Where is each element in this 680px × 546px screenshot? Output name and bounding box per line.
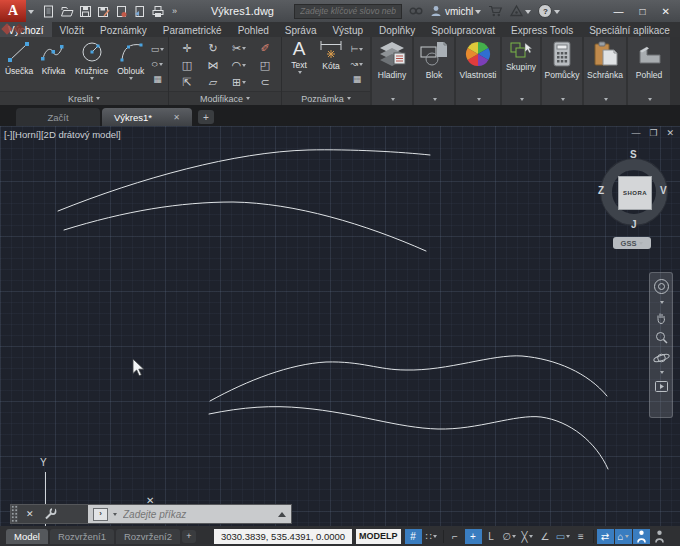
blok-expand-caret-icon[interactable] (433, 98, 437, 103)
snap-mode-toggle[interactable]: ∷ (423, 529, 440, 544)
selection-cycling-toggle[interactable]: ⇄ (597, 529, 614, 544)
viewcube-north[interactable]: S (630, 149, 637, 160)
qat-customize-icon[interactable]: » (172, 6, 177, 16)
ribbon-tab-parametricke[interactable]: Parametrické (155, 22, 230, 37)
showmotion-icon[interactable] (654, 380, 669, 393)
ribbon-tab-vystup[interactable]: Výstup (324, 22, 371, 37)
viewcube-west[interactable]: Z (598, 185, 604, 196)
ribbon-tab-specialni-aplikace[interactable]: Speciální aplikace (581, 22, 678, 37)
viewport-restore-button[interactable]: ❐ (649, 128, 657, 138)
rectangle-tool-button[interactable]: ▭ (149, 43, 166, 55)
ribbon-tab-vlozit[interactable]: Vložit (52, 22, 92, 37)
dynamic-input-toggle[interactable]: + (465, 529, 482, 544)
recent-commands-icon[interactable] (278, 508, 286, 517)
hladiny-expand-caret-icon[interactable] (391, 98, 395, 103)
text-caret-icon[interactable] (298, 71, 302, 76)
model-space-toggle[interactable]: MODELP (356, 529, 401, 544)
panel-vlastnosti[interactable]: Vlastnosti (456, 37, 500, 105)
command-prompt-caret-icon[interactable] (113, 513, 117, 518)
search-box[interactable] (294, 4, 402, 19)
new-file-icon[interactable] (42, 5, 55, 18)
arc-dropdown-caret-icon[interactable] (129, 77, 133, 82)
autodesk-360-icon[interactable] (510, 5, 523, 17)
plot-stamp-icon[interactable] (115, 5, 128, 18)
panel-title-poznamka[interactable]: Poznámka (282, 91, 370, 105)
ellipse-tool-button[interactable]: ○ (149, 58, 166, 70)
transparency-toggle[interactable]: ≡ (573, 529, 590, 544)
app-menu-button[interactable]: A (0, 0, 26, 22)
circle-tool-button[interactable]: Kružnice (71, 39, 113, 85)
ribbon-tab-pohled[interactable]: Pohled (230, 22, 277, 37)
pomucky-expand-caret-icon[interactable] (561, 98, 565, 103)
file-tab-zacit[interactable]: Začít (16, 108, 100, 126)
save-as-icon[interactable] (97, 5, 110, 18)
command-customize-wrench-icon[interactable] (44, 507, 57, 522)
viewcube-south[interactable]: J (631, 219, 637, 230)
command-input-area[interactable]: › (88, 505, 291, 523)
file-tab-vykres1[interactable]: Výkres1*✕ (102, 108, 192, 126)
polyline-tool-button[interactable]: Křivka (36, 39, 70, 85)
ribbon-tab-sprava[interactable]: Správa (277, 22, 325, 37)
command-prompt-icon[interactable]: › (93, 508, 108, 521)
open-file-icon[interactable] (60, 5, 74, 18)
object-snap-toggle[interactable]: ∠ (537, 529, 554, 544)
explode-tool-button[interactable]: ◰ (252, 57, 278, 74)
offset-tool-button[interactable]: ⊂ (252, 74, 278, 91)
annotation-monitor-toggle[interactable] (633, 529, 650, 544)
vlastnosti-expand-caret-icon[interactable] (477, 98, 481, 103)
annotation-visibility-toggle[interactable]: ⌂ (615, 529, 632, 544)
object-snap-tracking-toggle[interactable]: ╳ (519, 529, 536, 544)
polar-caret-icon[interactable] (512, 535, 516, 540)
line-tool-button[interactable]: Úsečka (2, 39, 36, 85)
viewcube[interactable]: S V J Z SHORA (595, 151, 669, 227)
help-icon[interactable]: ? (538, 4, 552, 18)
navigation-wheel-icon[interactable] (653, 278, 670, 295)
user-menu-caret-icon[interactable] (475, 10, 481, 17)
orbit-caret-icon[interactable] (660, 371, 664, 376)
polar-tracking-toggle[interactable]: ∅ (501, 529, 518, 544)
skupiny-expand-caret-icon[interactable] (520, 98, 524, 103)
ortho-mode-toggle[interactable]: L (483, 529, 500, 544)
fillet-tool-button[interactable]: ◠ (226, 57, 252, 74)
save-icon[interactable] (79, 5, 92, 18)
layout1-tab[interactable]: Rozvržení1 (50, 529, 114, 544)
autodesk-360-caret-icon[interactable] (525, 10, 531, 17)
plot-icon[interactable] (151, 5, 165, 18)
export-doc-icon[interactable] (133, 5, 146, 18)
layout2-tab[interactable]: Rozvržení2 (116, 529, 180, 544)
viewport-minimize-button[interactable]: — (631, 128, 640, 138)
dimension-linear-button[interactable]: ⊢ (348, 43, 366, 55)
hatch-tool-button[interactable]: ▦ (149, 73, 166, 85)
panel-title-modifikace[interactable]: Modifikace (169, 91, 281, 105)
rotate-tool-button[interactable]: ↻ (200, 40, 226, 57)
signed-in-user[interactable]: vmichl (445, 6, 473, 17)
panel-schranka[interactable]: Schránka (584, 37, 626, 105)
help-caret-icon[interactable] (554, 10, 560, 17)
mirror-tool-button[interactable]: ⋈ (200, 57, 226, 74)
user-icon[interactable] (430, 5, 442, 17)
array-tool-button[interactable]: ⊞ (226, 74, 252, 91)
ribbon-tab-doplnky[interactable]: Doplňky (371, 22, 423, 37)
snap-caret-icon[interactable] (433, 535, 437, 540)
orbit-icon[interactable] (653, 350, 670, 365)
ribbon-tab-spolupracovat[interactable]: Spolupracovat (423, 22, 503, 37)
ribbon-tab-express-tools[interactable]: Express Tools (503, 22, 581, 37)
pan-hand-icon[interactable] (654, 310, 669, 325)
panel-pomucky[interactable]: Pomůcky (542, 37, 582, 105)
command-line-window[interactable]: ✕ › (10, 504, 292, 524)
app-menu-caret-icon[interactable] (28, 10, 34, 17)
table-button[interactable]: ▦ (348, 73, 366, 85)
annotation-caret-icon[interactable] (625, 535, 629, 540)
search-input[interactable] (298, 5, 398, 17)
navigation-wheel-caret-icon[interactable] (660, 301, 664, 306)
lineweight-caret-icon[interactable] (566, 535, 570, 540)
arc-tool-button[interactable]: Oblouk (113, 39, 149, 85)
schranka-expand-caret-icon[interactable] (604, 98, 608, 103)
panel-blok[interactable]: Blok (414, 37, 454, 105)
ribbon-tab-poznamky[interactable]: Poznámky (92, 22, 155, 37)
model-tab[interactable]: Model (6, 529, 48, 544)
window-minimize-button[interactable]: — (614, 6, 624, 17)
command-input[interactable] (121, 508, 274, 521)
command-bar-grip[interactable] (11, 505, 18, 523)
dimension-tool-button[interactable]: Kóta (314, 39, 348, 85)
